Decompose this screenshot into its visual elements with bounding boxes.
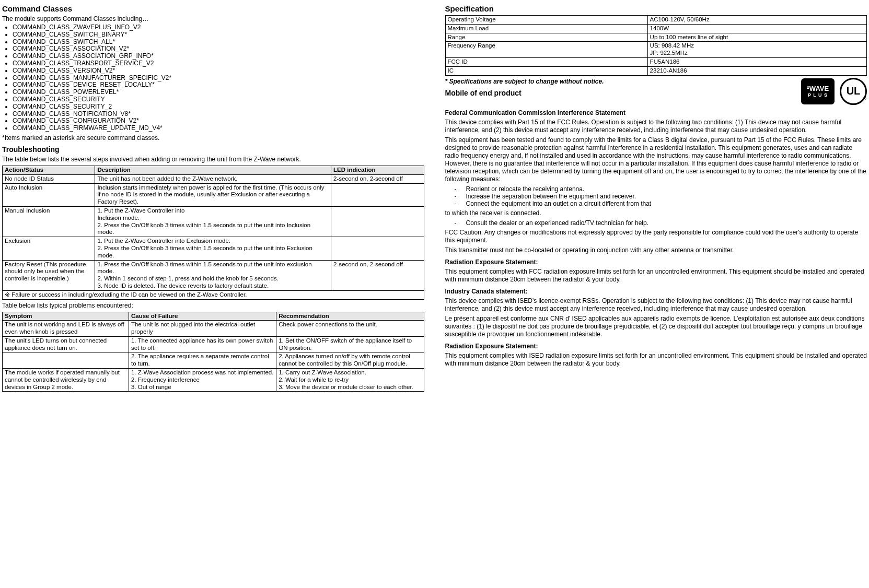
ul-badge: UL: [840, 78, 867, 105]
table-cell: [331, 183, 424, 206]
command-class-item: COMMAND_CLASS_ASSOCIATION_GRP_INFO*: [13, 53, 424, 60]
zwave-plus-badge: ᶻWAVE P L U S: [801, 78, 835, 104]
table-row: Frequency RangeUS: 908.42 MHz JP: 922.5M…: [445, 42, 867, 58]
measures-continuation: to which the receiver is connected.: [445, 209, 867, 217]
table-cell: Check power connections to the unit.: [276, 321, 424, 337]
table-cell: Factory Reset (This procedure should onl…: [3, 260, 95, 290]
action-status-table: Action/Status Description LED indication…: [2, 166, 424, 300]
fcc-paragraph-1: This device complies with Part 15 of the…: [445, 119, 867, 134]
table-row: Action/Status Description LED indication: [3, 166, 424, 174]
measure-text: Connect the equipment into an outlet on …: [466, 200, 652, 207]
table-cell: FCC ID: [445, 57, 647, 66]
list-item: -Consult the dealer or an experienced ra…: [445, 219, 867, 227]
table-cell: [3, 352, 129, 369]
fcc-paragraph-2: This equipment has been tested and found…: [445, 136, 867, 183]
dash-icon: -: [445, 193, 466, 200]
table-footer-note: ※ Failure or success in including/exclud…: [3, 290, 424, 299]
table-cell: 1. Put the Z-Wave Controller into Inclus…: [95, 206, 331, 237]
ul-label: UL: [847, 85, 861, 97]
table-cell: 1. Press the On/Off knob 3 times within …: [95, 260, 331, 290]
table-cell: Auto Inclusion: [3, 183, 95, 206]
industry-canada-paragraph-en: This device complies with ISED's licence…: [445, 297, 867, 313]
table-cell: 1. Z-Wave Association process was not im…: [129, 369, 276, 392]
zwave-label: ᶻWAVE: [805, 85, 830, 92]
table-cell: Frequency Range: [445, 42, 647, 58]
table-cell: No node ID Status: [3, 174, 95, 183]
asterisk-note: *Items marked an asterisk are secure com…: [2, 134, 424, 142]
command-classes-list: COMMAND_CLASS_ZWAVEPLUS_INFO_V2COMMAND_C…: [2, 24, 424, 132]
table-cell: The unit is not plugged into the electri…: [129, 321, 276, 337]
table-cell: [331, 206, 424, 237]
command-class-item: COMMAND_CLASS_SWITCH_ALL*: [13, 39, 424, 46]
fcc-transmitter-note: This transmitter must not be co-located …: [445, 246, 867, 254]
radiation-exposure-paragraph-2: This equipment complies with ISED radiat…: [445, 352, 867, 368]
troubleshooting-heading: Troubleshooting: [2, 145, 424, 154]
table-cell: 1. Set the ON/OFF switch of the applianc…: [276, 336, 424, 352]
table-cell: The unit is not working and LED is alway…: [3, 321, 129, 337]
command-class-item: COMMAND_CLASS_NOTIFICATION_V8*: [13, 111, 424, 118]
table-cell: 1. The connected appliance has its own p…: [129, 336, 276, 352]
dash-icon: -: [445, 219, 466, 227]
table-cell: IC: [445, 66, 647, 75]
dash-icon: -: [445, 200, 466, 207]
table-cell: Manual Inclusion: [3, 206, 95, 237]
interference-measures-list-2: -Consult the dealer or an experienced ra…: [445, 219, 867, 227]
col-action: Action/Status: [3, 166, 95, 174]
table-cell: Up to 100 meters line of sight: [647, 33, 866, 42]
command-class-item: COMMAND_CLASS_CONFIGURATION_V2*: [13, 117, 424, 125]
command-class-item: COMMAND_CLASS_MANUFACTURER_SPECIFIC_V2*: [13, 75, 424, 82]
list-item: -Reorient or relocate the receiving ante…: [445, 185, 867, 193]
table-cell: FU5AN186: [647, 57, 866, 66]
table-row: ※ Failure or success in including/exclud…: [3, 290, 424, 299]
radiation-exposure-paragraph: This equipment complies with FCC radiati…: [445, 268, 867, 284]
industry-canada-paragraph-fr: Le présent appareil est conforme aux CNR…: [445, 315, 867, 338]
col-led: LED indication: [331, 166, 424, 174]
command-classes-heading: Command Classes: [2, 4, 424, 13]
table-cell: The unit has not been added to the Z-Wav…: [95, 174, 331, 183]
table-row: 2. The appliance requires a separate rem…: [3, 352, 424, 369]
command-class-item: COMMAND_CLASS_TRANSPORT_SERVICE_V2: [13, 60, 424, 67]
table-cell: The module works if operated manually bu…: [3, 369, 129, 392]
command-class-item: COMMAND_CLASS_FIRMWARE_UPDATE_MD_V4*: [13, 125, 424, 132]
fcc-caution: FCC Caution: Any changes or modification…: [445, 229, 867, 244]
radiation-exposure-heading-2: Radiation Exposure Statement:: [445, 343, 867, 350]
table-row: The module works if operated manually bu…: [3, 369, 424, 392]
table-cell: 2. Appliances turned on/off by with remo…: [276, 352, 424, 369]
table-cell: 2. The appliance requires a separate rem…: [129, 352, 276, 369]
specification-heading: Specification: [445, 4, 867, 13]
command-class-item: COMMAND_CLASS_VERSION_V2*: [13, 67, 424, 75]
table-cell: The unit's LED turns on but connected ap…: [3, 336, 129, 352]
industry-canada-heading: Industry Canada statement:: [445, 288, 867, 295]
command-class-item: COMMAND_CLASS_DEVICE_RESET_LOCALLY*: [13, 81, 424, 89]
table-cell: US: 908.42 MHz JP: 922.5MHz: [647, 42, 866, 58]
table-cell: Range: [445, 33, 647, 42]
left-column: Command Classes The module supports Comm…: [2, 3, 424, 394]
col-cause: Cause of Failure: [129, 312, 276, 321]
command-class-item: COMMAND_CLASS_SECURITY_2: [13, 103, 424, 111]
list-item: -Increase the separation between the equ…: [445, 193, 867, 200]
table-row: Maximum Load1400W: [445, 24, 867, 33]
table-row: Auto InclusionInclusion starts immediate…: [3, 183, 424, 206]
fcc-statement-heading: Federal Communication Commission Interfe…: [445, 109, 867, 116]
table-row: Symptom Cause of Failure Recommendation: [3, 312, 424, 321]
table-row: IC23210-AN186: [445, 66, 867, 75]
table-cell: 2-second on, 2-second off: [331, 260, 424, 290]
table-row: Manual Inclusion1. Put the Z-Wave Contro…: [3, 206, 424, 237]
table-cell: 1400W: [647, 24, 866, 33]
table-cell: Operating Voltage: [445, 16, 647, 25]
command-class-item: COMMAND_CLASS_ASSOCIATION_V2*: [13, 45, 424, 53]
certification-badges: ᶻWAVE P L U S UL: [801, 78, 867, 105]
measure-text: Reorient or relocate the receiving anten…: [466, 185, 585, 193]
command-class-item: COMMAND_CLASS_SWITCH_BINARY*: [13, 31, 424, 39]
command-classes-intro: The module supports Command Classes incl…: [2, 15, 424, 23]
table-cell: 1. Put the Z-Wave Controller into Exclus…: [95, 237, 331, 260]
table-cell: Inclusion starts immediately when power …: [95, 183, 331, 206]
table-cell: Exclusion: [3, 237, 95, 260]
col-description: Description: [95, 166, 331, 174]
list-item: -Connect the equipment into an outlet on…: [445, 200, 867, 207]
problems-intro: Table below lists typical problems encou…: [2, 302, 424, 310]
table-row: FCC IDFU5AN186: [445, 57, 867, 66]
specification-table: Operating VoltageAC100-120V, 50/60HzMaxi…: [445, 15, 867, 76]
table-row: Exclusion1. Put the Z-Wave Controller in…: [3, 237, 424, 260]
dash-icon: -: [445, 185, 466, 193]
